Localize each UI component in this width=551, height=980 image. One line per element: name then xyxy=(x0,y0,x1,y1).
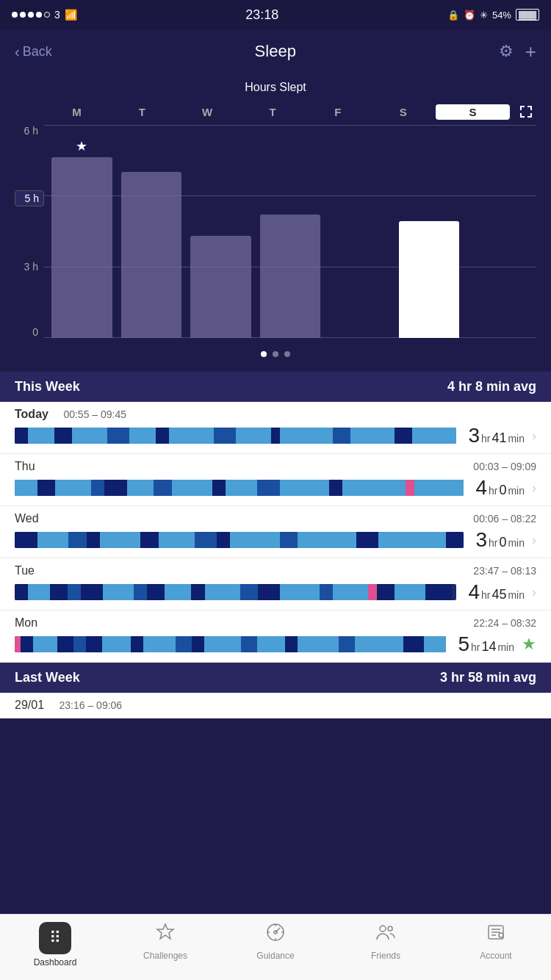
chart-day-s2[interactable]: S xyxy=(436,104,510,120)
bar-col-t2 xyxy=(260,125,321,338)
bar-s xyxy=(399,221,460,339)
sleep-entry-thu-row: 4 hr 0 min › xyxy=(15,476,536,500)
sleep-bar-today xyxy=(15,428,456,444)
svg-marker-0 xyxy=(157,924,173,939)
back-button[interactable]: ‹ Back xyxy=(15,43,52,60)
tab-friends-label: Friends xyxy=(371,951,400,961)
dashboard-icon: ⠿ xyxy=(39,922,71,954)
sleep-entry-mon[interactable]: Mon 22:24 – 08:32 xyxy=(0,610,551,663)
sleep-entry-tue[interactable]: Tue 23:47 – 08:13 xyxy=(0,558,551,610)
svg-point-9 xyxy=(388,926,392,931)
bar-col-s xyxy=(399,125,460,338)
sleep-entry-wed[interactable]: Wed 00:06 – 08:22 xyxy=(0,506,551,558)
bar-t1 xyxy=(121,172,182,338)
tab-guidance[interactable]: Guidance xyxy=(220,922,331,961)
svg-point-14 xyxy=(499,933,503,937)
sleep-viz-thu xyxy=(15,480,464,496)
sleep-bar-mon xyxy=(15,636,446,652)
bar-col-t1 xyxy=(121,125,182,338)
sleep-entry-thu[interactable]: Thu 00:03 – 09:09 xyxy=(0,454,551,506)
chevron-thu: › xyxy=(532,480,536,496)
tab-account[interactable]: Account xyxy=(441,922,551,961)
carrier-label: 3 xyxy=(54,9,60,21)
sleep-bar-tue xyxy=(15,584,456,600)
y-label-3h: 3 h xyxy=(15,261,44,273)
chart-day-t1: T xyxy=(109,106,175,118)
chart-dot-1[interactable] xyxy=(261,351,267,357)
sleep-viz-wed xyxy=(15,532,464,548)
chart-title: Hours Slept xyxy=(15,81,536,94)
scroll-area: Hours Slept M T W T F S S 6 h 5 h xyxy=(0,73,551,914)
chart-day-s: S xyxy=(370,106,436,118)
last-week-header: Last Week 3 hr 58 min avg xyxy=(0,663,551,693)
sleep-entry-tue-header: Tue 23:47 – 08:13 xyxy=(15,564,536,577)
tab-dashboard[interactable]: ⠿ Dashboard xyxy=(0,922,110,968)
page-title: Sleep xyxy=(255,42,296,61)
wifi-icon: 📶 xyxy=(65,9,77,21)
chart-dot-3[interactable] xyxy=(284,351,290,357)
chart-bars-area: ★ xyxy=(44,125,536,345)
sleep-duration-thu: 4 hr 0 min › xyxy=(475,476,536,500)
sleep-entry-mon-row: 5 hr 14 min ★ xyxy=(15,633,536,656)
sleep-bar-thu xyxy=(15,480,464,496)
this-week-avg: 4 hr 8 min avg xyxy=(447,379,536,394)
last-week-entry[interactable]: 29/01 23:16 – 09:06 xyxy=(0,693,551,718)
tab-challenges-label: Challenges xyxy=(143,951,187,961)
signal-dots xyxy=(12,12,50,18)
friends-icon xyxy=(375,922,396,948)
bar-star-m: ★ xyxy=(76,138,87,154)
bar-col-s2 xyxy=(468,125,529,338)
chart-container: 6 h 5 h 3 h 0 ★ xyxy=(15,125,536,345)
sleep-viz-tue xyxy=(15,584,456,600)
svg-line-7 xyxy=(276,928,280,932)
alarm-icon: ⏰ xyxy=(464,10,475,21)
dot5 xyxy=(44,12,50,18)
bar-w xyxy=(190,236,251,338)
chart-dot-2[interactable] xyxy=(273,351,278,357)
sleep-duration-tue: 4 hr 45 min › xyxy=(468,580,536,604)
bar-m: ★ xyxy=(51,157,112,339)
tab-account-label: Account xyxy=(480,951,511,961)
tab-bar: ⠿ Dashboard Challenges Guidance xyxy=(0,914,551,980)
status-bar: 3 📶 23:18 🔒 ⏰ ✳ 54% ▓▓▓ xyxy=(0,0,551,29)
status-left: 3 📶 xyxy=(12,9,77,21)
sleep-viz-today xyxy=(15,428,456,444)
challenges-icon xyxy=(155,922,176,948)
bar-t2 xyxy=(260,215,321,338)
dot4 xyxy=(36,12,42,18)
sleep-duration-wed: 3 hr 0 min › xyxy=(475,528,536,552)
sleep-day-today: Today 00:55 – 09:45 xyxy=(15,408,126,421)
chevron-left-icon: ‹ xyxy=(15,43,20,60)
bar-col-m: ★ xyxy=(51,125,112,338)
status-time: 23:18 xyxy=(245,7,278,23)
chart-day-t2: T xyxy=(240,106,306,118)
settings-icon[interactable]: ⚙ xyxy=(499,42,514,61)
tab-challenges[interactable]: Challenges xyxy=(110,922,220,961)
sleep-entry-wed-header: Wed 00:06 – 08:22 xyxy=(15,512,536,525)
nav-actions: ⚙ + xyxy=(499,40,536,63)
this-week-title: This Week xyxy=(15,379,80,394)
sleep-entry-wed-row: 3 hr 0 min › xyxy=(15,528,536,552)
last-week-title: Last Week xyxy=(15,670,80,685)
chart-day-w: W xyxy=(175,106,240,118)
tab-friends[interactable]: Friends xyxy=(331,922,441,961)
tab-dashboard-label: Dashboard xyxy=(34,957,77,968)
chevron-today: › xyxy=(532,428,536,444)
chevron-tue: › xyxy=(532,585,536,600)
expand-chart-button[interactable] xyxy=(516,101,536,122)
this-week-header: This Week 4 hr 8 min avg xyxy=(0,372,551,402)
svg-point-8 xyxy=(380,926,386,932)
sleep-entry-thu-header: Thu 00:03 – 09:09 xyxy=(15,460,536,473)
dot3 xyxy=(28,12,34,18)
y-label-6h: 6 h xyxy=(15,125,44,137)
dot2 xyxy=(20,12,26,18)
bluetooth-icon: ✳ xyxy=(480,10,488,21)
chart-day-m: M xyxy=(44,106,109,118)
chevron-wed: › xyxy=(532,533,536,548)
lock-icon: 🔒 xyxy=(447,10,459,21)
add-icon[interactable]: + xyxy=(525,40,536,63)
bar-col-f xyxy=(329,125,390,338)
y-label-5h: 5 h xyxy=(15,190,44,206)
chart-day-f: F xyxy=(305,106,370,118)
sleep-entry-today[interactable]: Today 00:55 – 09:45 xyxy=(0,402,551,454)
